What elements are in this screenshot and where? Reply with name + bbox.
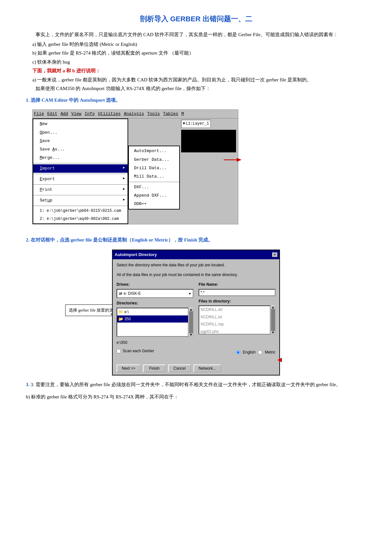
files-scroll-track xyxy=(271,309,275,331)
dropdown-arrow: ▼ xyxy=(183,120,185,127)
menu-add: Add xyxy=(60,110,68,118)
next-button[interactable]: Next >> xyxy=(117,365,140,372)
file-item-4: pgp02.pho xyxy=(199,328,270,335)
filename-input[interactable] xyxy=(199,289,275,296)
dialog-path: e:\350 xyxy=(117,339,275,346)
menu-item-export: Export xyxy=(33,175,128,183)
scan-checkbox[interactable] xyxy=(117,349,121,353)
menu-item-open: Open... xyxy=(33,128,128,137)
dialog-desc1: Select the directory where the data file… xyxy=(117,262,275,268)
menu-misc: M xyxy=(181,110,184,118)
submenu-dxf: DXF... xyxy=(129,183,179,191)
menu-view: View xyxy=(71,110,81,118)
radio-row: English Metric xyxy=(236,349,275,355)
files-scroll-up[interactable]: ▲ xyxy=(272,306,275,309)
menu-tables: Tables xyxy=(163,110,178,118)
dialog-body: Select the directory where the data file… xyxy=(113,259,279,362)
submenu-gerber: Gerber Data... xyxy=(129,156,179,164)
scroll-down[interactable]: ▼ xyxy=(190,333,193,336)
step1-label: 1. 选择 CAM Editor 中的 AutoImport 选项。 xyxy=(26,96,366,105)
directories-listbox[interactable]: 📁 e:\ 📂 350 xyxy=(117,308,189,337)
file-item-3: NCDRILL.rep xyxy=(199,321,270,328)
dialog-wrapper: 选择 gerber file 放置的文件夹 AutoImport Directo… xyxy=(112,250,280,376)
step3-content: 3. 需要注意，要输入的所有 gerber file 必须放在同一文件夹中，不能… xyxy=(31,382,341,387)
intro-block: 事实上，文件的扩展名不同，只是输出底片文件的 CAD 软件不同罢了，其实质是一样… xyxy=(26,31,366,93)
radio-metric-label: Metric xyxy=(265,349,275,355)
files-scrollbar[interactable]: ▲ ▼ xyxy=(271,305,275,334)
menu-separator2 xyxy=(33,174,128,174)
svg-marker-1 xyxy=(237,158,242,162)
menu-item-new: New xyxy=(33,120,128,128)
directories-container: 📁 e:\ 📂 350 ▲ ▼ xyxy=(117,308,193,337)
files-listbox[interactable]: NCDRILL.drl NCDRILL.lst NCDRILL.rep pgp0… xyxy=(199,305,271,334)
dialog-buttons: Next >> Finish Cancel Network... xyxy=(113,362,279,375)
menu-separator3 xyxy=(33,184,128,185)
menu-item-merge: Merge... xyxy=(33,154,128,162)
scan-label: Scan each Gerber xyxy=(123,348,154,354)
directories-scrollbar[interactable]: ▲ ▼ xyxy=(189,308,193,337)
menu-separator1 xyxy=(33,163,128,163)
menu-item-recent2: 2: e:\job\gerber\aq40-002a\002.cam xyxy=(33,215,128,223)
menu-tools: Tools xyxy=(147,110,160,118)
dir-icon-root: 📁 xyxy=(119,310,123,314)
filename-label: File Name: xyxy=(199,281,275,288)
scroll-up[interactable]: ▲ xyxy=(190,308,193,311)
step-b-block: b) 标准的 gerber file 格式可分为 RS-274 与 RS-274… xyxy=(26,393,366,401)
red-highlight: 下面，我就对 a 和 b 进行说明： xyxy=(32,67,366,75)
file-item-2: NCDRILL.lst xyxy=(199,313,270,321)
dialog-titlebar: AutoImport Directory × xyxy=(113,250,279,259)
directories-label: Directories: xyxy=(117,300,193,306)
dialog-title: AutoImport Directory xyxy=(115,251,157,258)
options-row: Scan each Gerber English Metric xyxy=(117,348,275,359)
files-label: Files in directory: xyxy=(199,298,275,304)
submenu-drill: Drill Data... xyxy=(129,164,179,172)
radio-metric[interactable] xyxy=(258,350,262,355)
files-scroll-down[interactable]: ▼ xyxy=(272,331,275,334)
list-item-a2: a) 一般来说，gerber file 都是英制的，因为大多数 CAD 软体为西… xyxy=(32,76,366,84)
drives-dropdown[interactable]: 🖳 e: DISK-E ▼ xyxy=(117,289,193,298)
dir-icon-350: 📂 xyxy=(119,317,123,321)
menu-edit: Edit xyxy=(47,110,57,118)
layer-dropdown: ▼ L1:Layer_1 xyxy=(181,120,211,128)
list-item-c: c) 软体本身的 bug xyxy=(32,58,366,67)
intro-para2: 如果使用 CAM350 的 AutoImport 功能输入 RS-274X 格式… xyxy=(26,85,366,93)
cam-canvas xyxy=(181,130,236,152)
cam-right-panel: ▼ L1:Layer_1 xyxy=(180,118,238,153)
dialog-row1: Drives: 🖳 e: DISK-E ▼ Directories: 📁 e:\ xyxy=(117,281,275,336)
list-item-a: a) 输入 gerber file 时的单位选错 (Metric or Engl… xyxy=(32,40,366,49)
dialog-col-right: File Name: Files in directory: NCDRILL.d… xyxy=(199,281,275,336)
page-title: 剖析导入 GERBER 出错问题一、二 xyxy=(26,13,366,25)
menu-bar: File Edit Add View Info Utilities Analys… xyxy=(33,110,238,118)
drives-value: e: DISK-E xyxy=(124,290,141,297)
menu-item-recent1: 1: e:\job\gerber\pb04-0215\0215.cam xyxy=(33,207,128,215)
red-arrow-annotation xyxy=(224,156,242,163)
drives-label: Drives: xyxy=(117,281,193,288)
scroll-track xyxy=(189,311,193,333)
submenu-mill: Mill Data... xyxy=(129,172,179,181)
cancel-button[interactable]: Cancel xyxy=(168,365,191,372)
red-arrow-svg xyxy=(224,156,242,163)
network-button[interactable]: Network... xyxy=(193,365,221,372)
dir-item-350: 📂 350 xyxy=(117,315,188,323)
dialog-close-btn[interactable]: × xyxy=(272,252,277,257)
list-item-b: b) 如果 gerber file 是 RS-274 格式的，读错其配套的 ap… xyxy=(32,49,366,57)
scan-checkbox-row: Scan each Gerber xyxy=(117,348,154,354)
dialog-overlay: 选择 gerber file 放置的文件夹 AutoImport Directo… xyxy=(26,250,366,376)
dialog-desc2: All of the data files in your job must b… xyxy=(117,272,275,278)
finish-arrow-svg xyxy=(277,357,283,363)
submenu-sep1 xyxy=(129,182,179,182)
radio-english-label: English xyxy=(243,349,255,355)
drive-icon: 🖳 xyxy=(119,290,122,297)
menu-item-save: Save xyxy=(33,137,128,145)
menu-separator5 xyxy=(33,206,128,206)
autoimport-dialog: AutoImport Directory × Select the direct… xyxy=(112,250,280,376)
intro-para1: 事实上，文件的扩展名不同，只是输出底片文件的 CAD 软件不同罢了，其实质是一样… xyxy=(26,31,366,39)
radio-english[interactable] xyxy=(236,350,240,355)
menu-info: Info xyxy=(85,110,95,118)
menu-file: File xyxy=(34,110,44,118)
svg-marker-3 xyxy=(277,358,282,362)
files-container: NCDRILL.drl NCDRILL.lst NCDRILL.rep pgp0… xyxy=(199,305,275,334)
finish-button[interactable]: Finish xyxy=(143,365,166,372)
menu-separator4 xyxy=(33,195,128,195)
menu-analysis: Analysis xyxy=(124,110,144,118)
